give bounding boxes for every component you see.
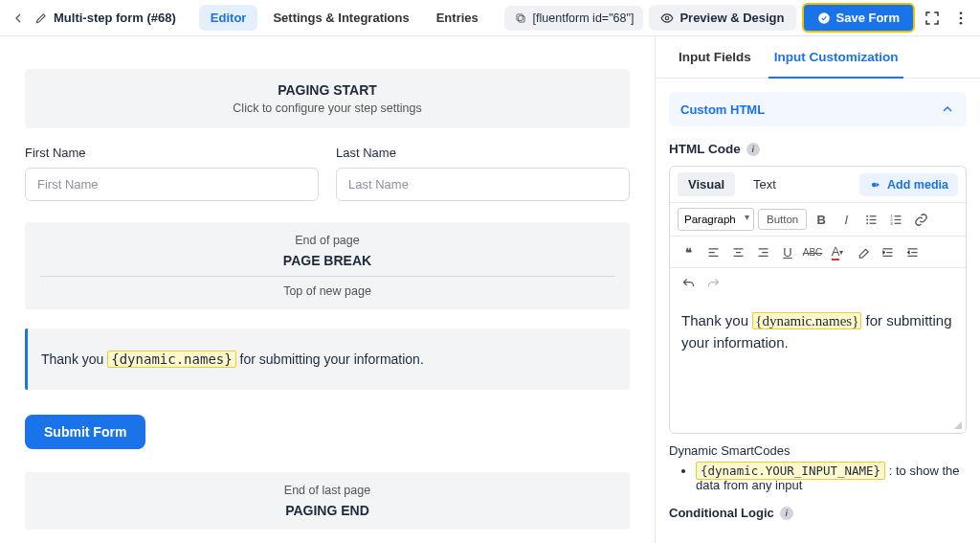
align-right-button[interactable] [752,241,773,262]
nav-settings[interactable]: Settings & Integrations [261,5,420,31]
underline-button[interactable]: U [777,241,798,262]
custom-html-block[interactable]: Thank you {dynamic.names} for submitting… [25,328,630,390]
svg-rect-19 [894,222,901,223]
more-button[interactable] [949,7,972,30]
editor-tab-text[interactable]: Text [743,172,787,196]
back-button[interactable] [8,8,29,29]
bold-button[interactable]: B [811,209,832,230]
chevron-up-icon [940,102,955,117]
save-button[interactable]: Save Form [802,3,915,33]
svg-rect-13 [869,222,876,223]
svg-point-3 [818,12,830,24]
fullscreen-icon [924,10,941,27]
smartcodes-title: Dynamic SmartCodes [669,443,967,458]
sidebar-content: Custom HTML HTML Code i Visual Text Add … [656,79,980,543]
svg-rect-1 [517,13,523,19]
indent-icon [880,245,895,260]
first-name-field[interactable]: First Name [25,146,319,201]
accordion-custom-html[interactable]: Custom HTML [669,92,967,126]
submit-button[interactable]: Submit Form [25,415,145,449]
paging-start-sub: Click to configure your step settings [40,102,614,115]
nav-tabs: Editor Settings & Integrations Entries [199,5,490,31]
paging-end-block[interactable]: End of last page PAGING END [25,472,630,530]
format-select[interactable]: Paragraph [678,208,754,231]
sidebar-tabs: Input Fields Input Customization [656,36,980,79]
align-left-button[interactable] [702,241,724,262]
svg-text:3: 3 [890,220,893,225]
indent-button[interactable] [877,241,898,262]
pencil-icon [34,11,48,25]
svg-rect-9 [869,215,876,216]
svg-point-2 [666,16,670,20]
bullet-list-icon [864,213,879,227]
link-button[interactable] [910,209,931,230]
insert-button[interactable]: Button [758,209,807,230]
numbered-list-icon: 123 [889,213,903,227]
svg-point-8 [866,215,868,216]
last-name-label: Last Name [336,146,630,160]
svg-point-4 [960,11,963,14]
svg-point-7 [872,182,877,187]
accordion-label: Custom HTML [680,102,765,117]
link-icon [914,213,928,227]
nav-editor[interactable]: Editor [199,5,258,31]
svg-point-10 [866,218,868,220]
tab-input-fields[interactable]: Input Fields [667,36,763,78]
last-name-input[interactable] [336,168,630,201]
page-break-end: End of page [40,234,614,247]
svg-point-5 [960,16,963,19]
svg-rect-11 [869,218,876,219]
add-media-button[interactable]: Add media [859,173,958,196]
clear-format-button[interactable] [852,241,873,262]
svg-rect-0 [518,15,523,21]
wysiwyg-editor: Visual Text Add media Paragraph Button B… [669,166,967,434]
editor-tab-visual[interactable]: Visual [678,172,735,196]
info-icon[interactable]: i [746,143,760,156]
fullscreen-button[interactable] [921,7,944,30]
html-code-label: HTML Code i [669,142,967,156]
align-center-button[interactable] [727,241,748,262]
undo-icon [681,277,696,291]
svg-rect-17 [894,218,901,219]
form-title[interactable]: Multi-step form (#68) [34,11,176,25]
last-name-field[interactable]: Last Name [336,146,630,201]
strike-button[interactable]: ABC [802,241,823,262]
shortcode-pill[interactable]: [fluentform id="68"] [504,6,644,31]
editor-top-tabs: Visual Text Add media [670,167,966,202]
smartcode-item: {dynamic.YOUR_INPUT_NAME} : to show the … [696,464,967,492]
eye-icon [660,11,674,25]
undo-button[interactable] [678,273,699,294]
numbered-list-button[interactable]: 123 [885,209,906,230]
top-bar: Multi-step form (#68) Editor Settings & … [0,0,980,36]
paging-start-title: PAGING START [278,82,377,98]
thankyou-code: {dynamic.names} [107,351,235,368]
svg-rect-15 [894,215,901,216]
outdent-button[interactable] [902,241,923,262]
page-break-title: PAGE BREAK [40,253,614,268]
outdent-icon [905,245,920,260]
quote-button[interactable]: ❝ [678,241,699,262]
align-left-icon [706,245,721,260]
media-icon [869,178,882,192]
bullet-list-button[interactable] [860,209,881,230]
paging-end-sub: End of last page [40,484,614,497]
align-center-icon [731,245,746,260]
toolbar-row-3 [670,267,966,299]
resize-grip[interactable] [952,419,962,429]
sidebar: Input Fields Input Customization Custom … [655,36,980,543]
eraser-icon [856,245,870,260]
tab-input-customization[interactable]: Input Customization [763,36,910,78]
check-circle-icon [817,11,831,25]
info-icon[interactable]: i [780,507,793,520]
italic-button[interactable]: I [835,209,857,230]
main-area: PAGING START Click to configure your ste… [0,36,980,543]
nav-entries[interactable]: Entries [425,5,490,31]
editor-textarea[interactable]: Thank you {dynamic.names} for submitting… [670,299,966,433]
preview-button[interactable]: Preview & Design [649,5,795,31]
redo-button[interactable] [702,273,724,294]
text-color-button[interactable]: A ▾ [827,241,848,262]
first-name-input[interactable] [25,168,319,201]
page-break-block[interactable]: End of page PAGE BREAK Top of new page [25,222,630,309]
svg-point-12 [866,222,868,224]
paging-start-block[interactable]: PAGING START Click to configure your ste… [25,69,630,128]
